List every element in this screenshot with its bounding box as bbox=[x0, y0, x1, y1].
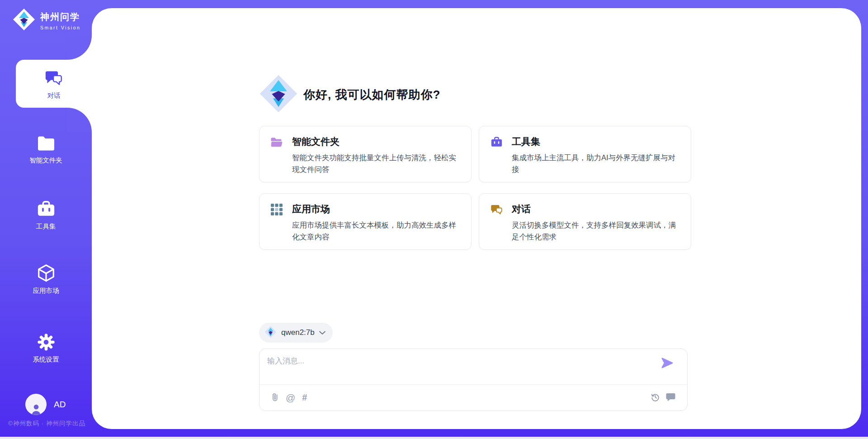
sidebar-item-smart-folder[interactable]: 智能文件夹 bbox=[0, 133, 92, 165]
main-content-panel: 你好, 我可以如何帮助你? 智能文件夹 智能文件夹功能支持批量文件上传与清洗，轻… bbox=[92, 8, 861, 429]
at-icon: @ bbox=[286, 392, 295, 403]
model-selector[interactable]: qwen2:7b bbox=[259, 323, 333, 343]
user-account[interactable]: AD bbox=[25, 394, 66, 415]
model-name: qwen2:7b bbox=[281, 328, 315, 337]
greeting-text: 你好, 我可以如何帮助你? bbox=[303, 87, 440, 103]
folder-icon bbox=[37, 133, 55, 153]
cube-icon bbox=[36, 263, 56, 284]
feature-cards: 智能文件夹 智能文件夹功能支持批量文件上传与清洗，轻松实现文件问答 工具集 集成… bbox=[259, 126, 689, 250]
chat-icon bbox=[45, 68, 63, 89]
card-description: 集成市场上主流工具，助力AI与外界无缝扩展与对接 bbox=[512, 152, 680, 175]
history-icon bbox=[651, 392, 660, 403]
card-title: 智能文件夹 bbox=[292, 135, 460, 148]
sidebar-item-app-market[interactable]: 应用市场 bbox=[0, 263, 92, 295]
mention-button[interactable]: @ bbox=[286, 392, 295, 403]
message-composer: @ # bbox=[259, 348, 688, 411]
gear-icon bbox=[37, 332, 56, 353]
logo-diamond-icon bbox=[264, 326, 277, 340]
history-button[interactable] bbox=[651, 392, 660, 403]
card-title: 对话 bbox=[512, 203, 680, 215]
sidebar-item-label: 系统设置 bbox=[33, 355, 59, 364]
topic-button[interactable]: # bbox=[302, 392, 307, 403]
card-description: 应用市场提供丰富长文本模板，助力高效生成多样化文章内容 bbox=[292, 219, 460, 243]
new-chat-button[interactable] bbox=[666, 392, 675, 403]
window-bottom-edge bbox=[0, 437, 868, 439]
chat-icon bbox=[490, 204, 503, 215]
card-description: 灵活切换多模型文件，支持多样回复效果调试，满足个性化需求 bbox=[512, 219, 680, 243]
avatar bbox=[25, 394, 47, 415]
logo-diamond-icon bbox=[259, 74, 298, 115]
sidebar-item-label: 应用市场 bbox=[33, 286, 59, 295]
message-input[interactable] bbox=[259, 349, 648, 382]
briefcase-icon bbox=[37, 199, 56, 220]
chevron-down-icon bbox=[319, 329, 326, 337]
send-icon bbox=[661, 363, 674, 370]
app-window: 神州问学 Smart Vision 对话 智能文件夹 bbox=[0, 0, 868, 439]
composer-toolbar: @ # bbox=[259, 384, 687, 410]
card-title: 应用市场 bbox=[292, 203, 460, 215]
sidebar-item-label: 工具集 bbox=[36, 222, 56, 231]
tab-curve-bottom bbox=[67, 108, 92, 132]
brand-logo: 神州问学 Smart Vision bbox=[13, 8, 80, 33]
sidebar-item-toolset[interactable]: 工具集 bbox=[0, 199, 92, 231]
sidebar-footer: ©神州数码 · 神州问学出品 bbox=[8, 420, 85, 428]
card-chat[interactable]: 对话 灵活切换多模型文件，支持多样回复效果调试，满足个性化需求 bbox=[479, 193, 691, 250]
logo-diamond-icon bbox=[13, 8, 35, 33]
chat-bubble-icon bbox=[666, 392, 675, 403]
user-name: AD bbox=[54, 400, 66, 410]
send-button[interactable] bbox=[661, 357, 674, 369]
card-title: 工具集 bbox=[512, 135, 680, 148]
paperclip-icon bbox=[271, 392, 279, 403]
card-smart-folder[interactable]: 智能文件夹 智能文件夹功能支持批量文件上传与清洗，轻松实现文件问答 bbox=[259, 126, 472, 182]
sidebar-item-settings[interactable]: 系统设置 bbox=[0, 332, 92, 364]
greeting-row: 你好, 我可以如何帮助你? bbox=[259, 74, 440, 115]
card-toolset[interactable]: 工具集 集成市场上主流工具，助力AI与外界无缝扩展与对接 bbox=[479, 126, 691, 182]
sidebar-item-label: 智能文件夹 bbox=[29, 156, 62, 165]
card-description: 智能文件夹功能支持批量文件上传与清洗，轻松实现文件问答 bbox=[292, 152, 460, 175]
grid-icon bbox=[270, 204, 283, 215]
attach-file-button[interactable] bbox=[271, 392, 279, 403]
sidebar-item-label: 对话 bbox=[47, 91, 61, 100]
folder-open-icon bbox=[270, 136, 283, 148]
sidebar-item-chat[interactable]: 对话 bbox=[16, 60, 92, 108]
tab-curve-top bbox=[67, 35, 92, 60]
brand-name: 神州问学 bbox=[40, 11, 80, 23]
card-app-market[interactable]: 应用市场 应用市场提供丰富长文本模板，助力高效生成多样化文章内容 bbox=[259, 193, 472, 250]
brand-subtitle: Smart Vision bbox=[40, 25, 80, 30]
hash-icon: # bbox=[302, 392, 307, 403]
briefcase-icon bbox=[490, 136, 503, 148]
